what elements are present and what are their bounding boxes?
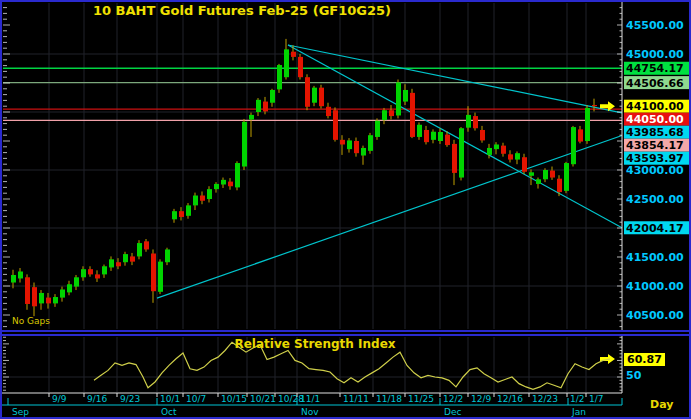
date-tick-label: 12/2 <box>443 394 463 404</box>
candle <box>207 189 212 199</box>
candle <box>487 148 492 155</box>
date-tick-label: 1/2 <box>570 394 584 404</box>
trading-chart-window: 45500.0045000.0043000.0042500.0041500.00… <box>0 0 691 419</box>
price-axis-label: 42500.00 <box>626 193 684 206</box>
candle <box>361 148 366 156</box>
candle <box>221 180 226 185</box>
candle <box>431 132 436 140</box>
date-tick-label: 10/1 <box>160 394 180 404</box>
candle <box>11 275 16 283</box>
candle <box>354 141 359 153</box>
candle <box>333 110 338 140</box>
candle <box>515 153 520 159</box>
candle <box>445 135 450 145</box>
candle <box>396 82 401 115</box>
candle <box>508 154 513 159</box>
candle <box>60 289 65 297</box>
date-tick-label: 9/16 <box>87 394 107 404</box>
candle <box>368 135 373 151</box>
price-label-highlight-text: 43593.97 <box>626 152 684 165</box>
candle <box>88 269 93 274</box>
price-label-highlight-text: 43854.17 <box>626 139 684 152</box>
date-tick-label: 10/21 <box>250 394 276 404</box>
date-tick-label: 10/7 <box>186 394 206 404</box>
rsi-panel-title: Relative Strength Index <box>165 337 465 351</box>
month-label: Sep <box>12 407 29 417</box>
candle <box>249 115 254 120</box>
candle <box>130 256 135 261</box>
candle <box>389 110 394 116</box>
candle <box>193 196 198 206</box>
date-tick-label: 12/23 <box>532 394 558 404</box>
panel-separator-top <box>0 330 691 332</box>
date-tick-label: 11/18 <box>376 394 402 404</box>
rsi-50-level-label: 50 <box>626 369 641 382</box>
candle <box>340 140 345 145</box>
candle <box>291 52 296 57</box>
candle <box>53 297 58 303</box>
chart-title: 10 BAHT Gold Futures Feb-25 (GF10G25) <box>2 3 482 18</box>
candle <box>382 110 387 120</box>
date-tick-label: 12/16 <box>497 394 523 404</box>
candle <box>81 269 86 277</box>
date-tick-label: 11/11 <box>343 394 369 404</box>
candle <box>480 130 485 140</box>
date-tick-label: 9/23 <box>120 394 140 404</box>
candle <box>214 184 219 189</box>
candle <box>571 127 576 164</box>
price-axis-label: 41000.00 <box>626 280 684 293</box>
candle <box>326 107 331 116</box>
no-gaps-label: No Gaps <box>12 316 50 326</box>
candle <box>102 266 107 274</box>
candle <box>585 108 590 141</box>
candle <box>151 254 156 292</box>
candle <box>438 132 443 141</box>
price-label-highlight-text: 44050.00 <box>626 113 684 126</box>
price-axis-label: 45000.00 <box>626 48 684 61</box>
candle <box>25 277 30 304</box>
candle <box>501 146 506 154</box>
candle <box>522 157 527 172</box>
candle <box>592 105 597 106</box>
candle <box>109 259 114 267</box>
price-label-highlight-text: 43985.68 <box>626 126 684 139</box>
price-label-highlight-text: 44506.66 <box>626 77 684 90</box>
price-label-highlight-text: 42004.17 <box>626 222 684 235</box>
candle <box>424 130 429 142</box>
candle <box>319 88 324 107</box>
candle <box>18 272 23 279</box>
price-axis-label: 43000.00 <box>626 164 684 177</box>
date-tick-label: 11/1 <box>300 394 320 404</box>
candle <box>256 100 261 112</box>
candle <box>550 171 555 178</box>
chart-canvas[interactable]: 45500.0045000.0043000.0042500.0041500.00… <box>0 0 691 419</box>
candle <box>39 293 44 303</box>
candle <box>417 125 422 137</box>
date-tick-label: 10/15 <box>221 394 247 404</box>
candle <box>179 211 184 217</box>
candle <box>137 243 142 256</box>
month-label: Jan <box>571 407 586 417</box>
candle <box>235 163 240 187</box>
candle <box>284 49 289 77</box>
candle <box>543 170 548 179</box>
candle <box>144 241 149 249</box>
candle <box>459 128 464 177</box>
candle <box>95 274 100 278</box>
candle <box>312 88 317 103</box>
candle <box>32 287 37 306</box>
window-background <box>0 0 691 419</box>
month-label: Oct <box>161 407 177 417</box>
date-tick-label: 11/25 <box>408 394 434 404</box>
candle <box>403 90 408 102</box>
candle <box>494 144 499 149</box>
candle <box>74 277 79 286</box>
candle <box>46 298 51 304</box>
price-axis-label: 40500.00 <box>626 309 684 322</box>
candle <box>578 129 583 141</box>
candle <box>466 115 471 128</box>
date-tick-label: 12/9 <box>471 394 491 404</box>
candle <box>473 116 478 128</box>
price-axis-label: 41500.00 <box>626 251 684 264</box>
candle <box>529 172 534 175</box>
